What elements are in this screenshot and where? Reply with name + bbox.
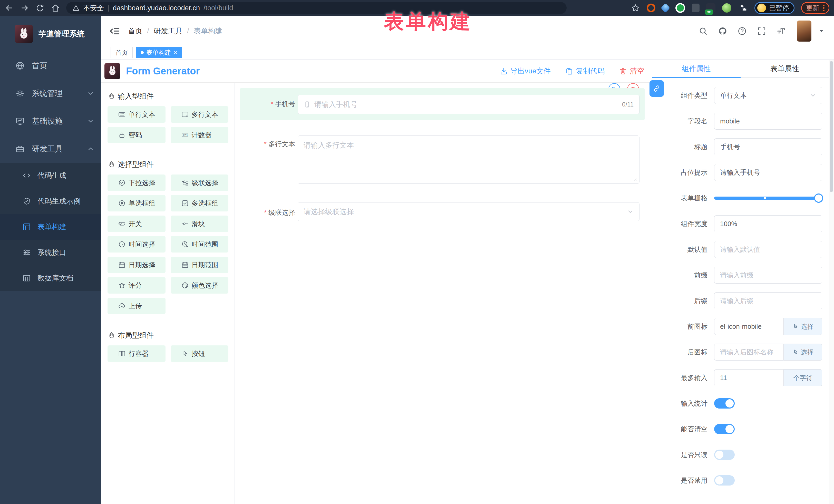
component-item[interactable]: 滑块	[171, 216, 229, 232]
fullscreen-icon[interactable]	[757, 26, 766, 36]
extension-icon[interactable]	[675, 3, 685, 13]
rabbit-logo-icon	[107, 66, 117, 76]
link-button[interactable]	[650, 80, 664, 97]
prefix-icon-group: el-icon-mobile 选择	[714, 318, 822, 335]
bookmark-star-icon[interactable]	[631, 3, 640, 13]
mobile-input[interactable]: 请输入手机号 0/11	[298, 95, 639, 114]
extension-icon[interactable]	[706, 3, 716, 13]
browser-menu-icon[interactable]	[823, 5, 825, 11]
export-vue-button[interactable]: 导出vue文件	[500, 66, 551, 76]
forward-icon[interactable]	[20, 3, 29, 13]
form-grid-slider[interactable]	[714, 190, 822, 206]
search-icon[interactable]	[699, 26, 708, 36]
default-value-input[interactable]: 请输入默认值	[714, 241, 822, 258]
component-item[interactable]: 日期选择	[108, 257, 166, 273]
component-item[interactable]: 开关	[108, 216, 166, 232]
collapse-menu-icon[interactable]	[109, 25, 120, 37]
sidebar-item-codegen[interactable]: 代码生成	[0, 163, 101, 188]
field-name-input[interactable]: mobile	[714, 113, 822, 130]
font-size-icon[interactable]	[776, 26, 786, 36]
extensions-puzzle-icon[interactable]	[738, 3, 748, 13]
copy-code-button[interactable]: 复制代码	[565, 66, 605, 76]
component-item[interactable]: 按钮	[171, 345, 229, 362]
profile-paused-badge[interactable]: 已暂停	[754, 2, 794, 14]
tag-home[interactable]: 首页	[111, 47, 133, 58]
work-row: 输入型组件 单行文本 多行文本	[101, 83, 652, 504]
extension-icon[interactable]	[647, 4, 655, 12]
component-item[interactable]: 级联选择	[171, 175, 229, 191]
sidebar-item-system[interactable]: 系统管理	[0, 80, 101, 107]
component-item[interactable]: 单选框组	[108, 195, 166, 212]
caret-down-icon[interactable]	[818, 28, 825, 35]
sidebar-item-infra[interactable]: 基础设施	[0, 107, 101, 135]
breadcrumb-devtools[interactable]: 研发工具	[154, 26, 182, 36]
component-type-select[interactable]: 单行文本	[714, 87, 822, 104]
sidebar-item-form-builder[interactable]: 表单构建	[0, 214, 101, 240]
component-item[interactable]: 时间范围	[171, 236, 229, 253]
max-input-input[interactable]: 11	[714, 369, 784, 386]
tag-form-builder[interactable]: 表单构建 ×	[136, 47, 182, 58]
prefix-icon-select-button[interactable]: 选择	[784, 318, 822, 335]
input-stats-toggle[interactable]	[714, 398, 735, 409]
extension-icon[interactable]	[692, 4, 700, 12]
suffix-icon-input[interactable]: 请输入后图标名称	[714, 344, 784, 360]
component-item[interactable]: 密码	[108, 127, 166, 143]
component-item[interactable]: 行容器	[108, 345, 166, 362]
width-input[interactable]: 100%	[714, 215, 822, 232]
reload-icon[interactable]	[36, 3, 45, 13]
extension-icon[interactable]	[661, 3, 670, 13]
close-icon[interactable]: ×	[174, 49, 177, 56]
back-icon[interactable]	[5, 3, 14, 13]
tab-form-props[interactable]: 表单属性	[741, 60, 829, 78]
brand[interactable]: 芋道管理系统	[0, 16, 101, 52]
clearable-toggle[interactable]	[714, 424, 735, 434]
suffix-icon-placeholder: 请输入后图标名称	[720, 348, 773, 357]
help-icon[interactable]	[738, 26, 747, 36]
scrollbar-thumb[interactable]	[830, 61, 833, 192]
cascader-input[interactable]: 请选择级联选择	[298, 202, 639, 221]
component-item[interactable]: 多选框组	[171, 195, 229, 212]
url-separator: |	[108, 4, 109, 12]
suffix-icon-select-button[interactable]: 选择	[784, 344, 822, 360]
github-icon[interactable]	[718, 26, 727, 36]
title-input[interactable]: 手机号	[714, 138, 822, 155]
database-table-icon	[23, 274, 31, 282]
disabled-toggle[interactable]	[714, 475, 735, 485]
placeholder-input[interactable]: 请输入手机号	[714, 164, 822, 181]
component-item[interactable]: 123 计数器	[171, 127, 229, 143]
slider-track[interactable]	[714, 197, 822, 200]
clear-button[interactable]: 清空	[619, 66, 644, 76]
user-avatar[interactable]	[797, 21, 811, 42]
tab-component-props[interactable]: 组件属性	[652, 60, 741, 78]
prefix-icon-input[interactable]: el-icon-mobile	[714, 318, 784, 335]
component-item[interactable]: 多行文本	[171, 106, 229, 123]
slider-handle[interactable]	[814, 194, 823, 203]
readonly-toggle[interactable]	[714, 450, 735, 460]
component-item[interactable]: 颜色选择	[171, 277, 229, 293]
breadcrumb-home[interactable]: 首页	[128, 26, 142, 36]
extension-icon[interactable]	[722, 3, 731, 13]
component-item[interactable]: 单行文本	[108, 106, 166, 123]
field-label: 字段名	[659, 117, 707, 126]
sidebar-item-codegen-demo[interactable]: 代码生成示例	[0, 188, 101, 214]
update-button[interactable]: 更新	[801, 2, 829, 14]
url-bar[interactable]: 不安全 | dashboard.yudao.iocoder.cn/tool/bu…	[66, 2, 567, 14]
resize-handle-icon[interactable]	[633, 177, 637, 181]
profile-avatar	[757, 4, 766, 12]
home-icon[interactable]	[51, 3, 60, 13]
component-item[interactable]: 评分	[108, 277, 166, 293]
sidebar-item-devtools[interactable]: 研发工具	[0, 135, 101, 163]
sidebar-item-system-api[interactable]: 系统接口	[0, 240, 101, 265]
component-item[interactable]: 下拉选择	[108, 175, 166, 191]
suffix-input[interactable]: 请输入后缀	[714, 292, 822, 309]
component-item[interactable]: 上传	[108, 298, 166, 314]
component-item[interactable]: 时间选择	[108, 236, 166, 253]
sidebar-item-db-doc[interactable]: 数据库文档	[0, 265, 101, 291]
prefix-input[interactable]: 请输入前缀	[714, 267, 822, 284]
sidebar-item-home[interactable]: 首页	[0, 52, 101, 80]
component-item[interactable]: 日期范围	[171, 257, 229, 273]
field-label-mobile: 手机号	[241, 100, 295, 109]
textarea-input[interactable]: 请输入多行文本	[298, 135, 639, 184]
page-scrollbar[interactable]	[829, 60, 834, 504]
drag-hand-icon	[108, 161, 115, 168]
